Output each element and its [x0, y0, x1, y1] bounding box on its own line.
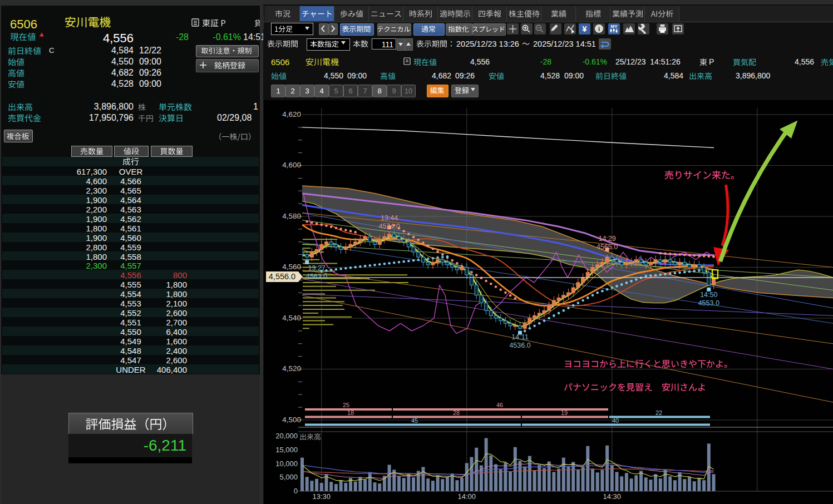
svg-text:13:44: 13:44 — [381, 214, 398, 222]
svg-text:4,500: 4,500 — [282, 416, 301, 424]
svg-text:19: 19 — [561, 409, 568, 416]
svg-text:18: 18 — [347, 409, 354, 416]
svg-text:46: 46 — [496, 402, 503, 408]
svg-text:4574.0: 4574.0 — [378, 223, 400, 230]
svg-text:4,520: 4,520 — [282, 364, 301, 373]
svg-text:13:27: 13:27 — [308, 264, 325, 272]
svg-text:4565.0: 4565.0 — [597, 243, 618, 251]
svg-text:20,000: 20,000 — [275, 432, 298, 440]
svg-text:4,540: 4,540 — [282, 314, 301, 322]
svg-text:4,620: 4,620 — [282, 110, 301, 118]
svg-text:14:11: 14:11 — [511, 333, 528, 341]
svg-text:10,000: 10,000 — [275, 459, 298, 468]
svg-text:4553.0: 4553.0 — [698, 299, 719, 307]
svg-text:45: 45 — [411, 417, 418, 424]
svg-text:4,560: 4,560 — [282, 263, 301, 271]
svg-text:14:29: 14:29 — [598, 235, 615, 243]
svg-text:4,556.0: 4,556.0 — [269, 272, 295, 281]
svg-text:4563.0: 4563.0 — [306, 273, 327, 280]
svg-text:13:30: 13:30 — [313, 492, 331, 501]
svg-text:5,000: 5,000 — [279, 473, 298, 481]
svg-text:14:00: 14:00 — [458, 492, 476, 501]
svg-text:4,580: 4,580 — [282, 212, 301, 220]
svg-text:4,600: 4,600 — [282, 161, 301, 169]
svg-text:25: 25 — [343, 402, 349, 408]
svg-text:0: 0 — [294, 487, 298, 495]
svg-text:14:30: 14:30 — [603, 492, 622, 501]
svg-text:14:50: 14:50 — [700, 291, 717, 299]
svg-text:28: 28 — [453, 409, 460, 416]
svg-text:22: 22 — [655, 409, 662, 416]
svg-text:15,000: 15,000 — [275, 446, 298, 454]
svg-text:40: 40 — [612, 417, 619, 424]
svg-text:4536.0: 4536.0 — [509, 342, 530, 349]
